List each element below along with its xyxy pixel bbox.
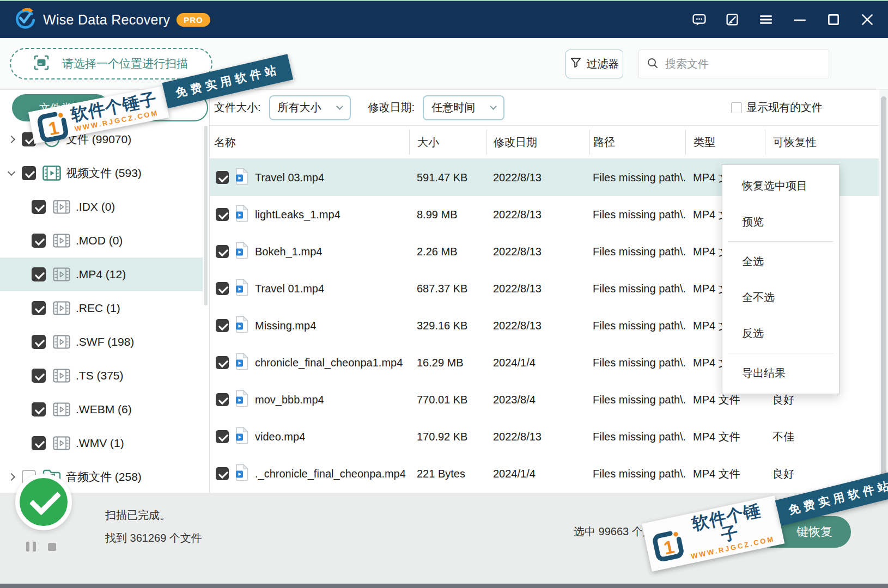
scan-drive-icon — [33, 54, 50, 74]
file-name: ._chronicle_final_cheonpa.mp4 — [255, 468, 406, 480]
date-filter-dropdown[interactable]: 任意时间 — [423, 95, 504, 120]
search-box[interactable] — [638, 50, 829, 78]
tree-checkbox[interactable] — [32, 267, 46, 281]
chevron-down-icon[interactable] — [8, 168, 15, 176]
close-icon[interactable] — [860, 12, 875, 27]
sidebar-item-mod0[interactable]: .MOD (0) — [0, 224, 203, 258]
column-header-date[interactable]: 修改日期 — [486, 130, 589, 155]
file-type: MP4 文件 — [685, 430, 765, 444]
minimize-icon[interactable] — [792, 12, 807, 27]
menu-icon[interactable] — [758, 12, 774, 27]
tree-checkbox[interactable] — [32, 335, 46, 349]
tree-checkbox[interactable] — [32, 200, 46, 214]
menu-divider — [728, 353, 834, 353]
file-path: Files missing path\... — [589, 468, 685, 480]
context-menu: 恢复选中项目预览全选全不选反选导出结果 — [722, 164, 840, 394]
tree-checkbox[interactable] — [32, 436, 46, 450]
chevron-slot — [5, 171, 17, 175]
column-header-recoverability[interactable]: 可恢复性 — [765, 130, 879, 155]
search-input[interactable] — [664, 57, 821, 71]
sidebar-item-rec1[interactable]: .REC (1) — [0, 291, 203, 325]
maximize-icon[interactable] — [826, 12, 841, 27]
file-path: Files missing path\... — [589, 283, 685, 295]
row-checkbox[interactable] — [216, 282, 229, 295]
file-date: 2022/8/13 — [486, 246, 589, 258]
sidebar-item-文件99070[interactable]: 文件 (99070) — [0, 122, 203, 156]
table-row[interactable]: ._chronicle_final_cheonpa.mp4 221 Bytes … — [210, 455, 879, 492]
sidebar-item-idx0[interactable]: .IDX (0) — [0, 190, 203, 224]
sidebar-scrollbar[interactable] — [204, 126, 208, 305]
column-header-size[interactable]: 大小 — [409, 130, 486, 155]
row-checkbox[interactable] — [216, 393, 229, 406]
file-path: Files missing path\... — [589, 320, 685, 332]
column-header-path[interactable]: 路径 — [589, 130, 685, 155]
sidebar: 文件类型 文件 (99070) 视频文件 (593) .IDX (0) .MOD… — [0, 90, 210, 493]
tree-checkbox[interactable] — [22, 166, 36, 180]
row-checkbox[interactable] — [216, 171, 229, 184]
film-icon — [52, 267, 71, 281]
sidebar-item-wmv1[interactable]: .WMV (1) — [0, 426, 203, 460]
row-checkbox[interactable] — [216, 430, 229, 443]
stop-icon[interactable] — [48, 543, 56, 551]
file-path: Files missing path\... — [589, 357, 685, 369]
feedback-icon[interactable] — [692, 13, 707, 27]
row-checkbox[interactable] — [216, 356, 229, 369]
table-row[interactable]: video.mp4 170.92 KB 2022/8/13 Files miss… — [210, 418, 879, 455]
edit-icon[interactable] — [725, 13, 740, 27]
date-filter-label: 修改日期: — [368, 100, 415, 115]
tree-checkbox[interactable] — [32, 301, 46, 315]
file-date: 2022/8/13 — [486, 431, 589, 443]
filter-button[interactable]: 过滤器 — [565, 50, 623, 78]
sidebar-item-swf198[interactable]: .SWF (198) — [0, 325, 203, 359]
tree-checkbox[interactable] — [32, 234, 46, 248]
menu-item-4[interactable]: 全不选 — [722, 279, 839, 315]
recover-button[interactable]: 键恢复 — [755, 516, 851, 548]
file-name: video.mp4 — [255, 431, 305, 443]
sidebar-item-webm6[interactable]: .WEBM (6) — [0, 393, 203, 426]
menu-item-5[interactable]: 反选 — [722, 315, 839, 351]
menu-item-3[interactable]: 全选 — [722, 243, 839, 279]
table-scrollbar-thumb[interactable] — [881, 96, 886, 483]
tree-checkbox[interactable] — [32, 369, 46, 383]
show-existing-checkbox[interactable]: 显示现有的文件 — [731, 90, 823, 125]
show-existing-label: 显示现有的文件 — [746, 100, 823, 115]
pause-icon[interactable] — [26, 542, 36, 552]
tree-checkbox[interactable] — [22, 132, 36, 146]
sidebar-item-ts375[interactable]: .TS (375) — [0, 359, 203, 393]
checkbox-unchecked-icon[interactable] — [731, 102, 742, 113]
row-checkbox[interactable] — [216, 245, 229, 258]
film-icon — [52, 200, 71, 214]
file-date: 2022/8/13 — [486, 171, 589, 184]
row-checkbox[interactable] — [216, 467, 229, 480]
file-name: lightLeaks_1.mp4 — [255, 209, 340, 221]
column-header-type[interactable]: 类型 — [685, 130, 765, 155]
menu-item-7[interactable]: 导出结果 — [722, 355, 839, 391]
file-path: Files missing path\... — [589, 171, 685, 184]
tab-second[interactable] — [111, 94, 208, 121]
app-logo-icon — [13, 7, 36, 32]
menu-divider — [728, 241, 834, 242]
menu-item-1[interactable]: 预览 — [722, 204, 839, 240]
tab-file-type[interactable]: 文件类型 — [12, 94, 110, 121]
tree-item-label: .MOD (0) — [76, 234, 123, 247]
chevron-right-icon[interactable] — [8, 136, 15, 143]
file-type-tree: 文件 (99070) 视频文件 (593) .IDX (0) .MOD (0) … — [0, 122, 210, 493]
row-checkbox[interactable] — [216, 319, 229, 332]
chevron-slot — [5, 137, 17, 142]
table-scrollbar-track[interactable] — [879, 90, 888, 493]
sidebar-item-视频文件593[interactable]: 视频文件 (593) — [0, 156, 203, 190]
row-checkbox[interactable] — [216, 208, 229, 221]
menu-item-0[interactable]: 恢复选中项目 — [722, 168, 839, 204]
size-filter-dropdown[interactable]: 所有大小 — [269, 95, 351, 120]
film-icon — [52, 301, 71, 315]
sidebar-item-mp412[interactable]: .MP4 (12) — [0, 258, 203, 291]
column-header-name[interactable]: 名称 — [210, 130, 409, 155]
tree-item-label: .REC (1) — [76, 302, 120, 315]
file-size: 329.16 KB — [409, 320, 486, 332]
chevron-right-icon[interactable] — [8, 473, 15, 481]
selected-files-text: 选中 99663 个文件 — [574, 524, 665, 539]
tree-item-label: 文件 (99070) — [66, 132, 131, 147]
film-icon — [52, 436, 71, 450]
tree-checkbox[interactable] — [32, 402, 46, 416]
select-location-button[interactable]: 请选择一个位置进行扫描 — [10, 48, 212, 79]
